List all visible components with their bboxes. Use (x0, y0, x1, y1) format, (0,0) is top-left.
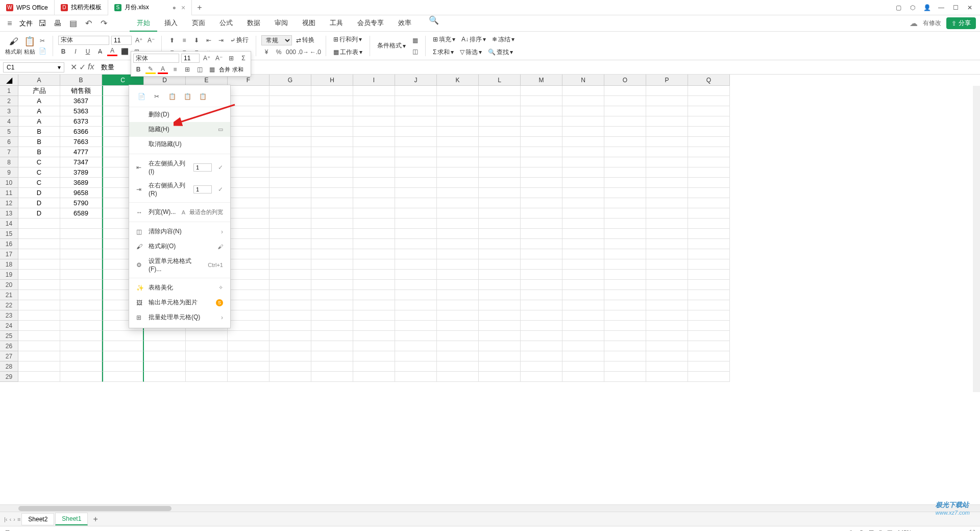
row-header-27[interactable]: 27 (0, 351, 18, 361)
cell-G7[interactable] (270, 147, 311, 157)
row-header-1[interactable]: 1 (0, 86, 18, 96)
cell-N4[interactable] (562, 116, 604, 127)
cell-F1[interactable] (228, 86, 270, 96)
cell-P13[interactable] (646, 208, 688, 219)
col-header-P[interactable]: P (646, 75, 688, 86)
cell-H26[interactable] (311, 341, 353, 351)
cell-O7[interactable] (604, 147, 646, 157)
tab-templates[interactable]: D 找稻壳模板 (55, 0, 108, 15)
cell-B17[interactable] (60, 249, 102, 259)
cell-J7[interactable] (395, 147, 437, 157)
ctx-beautify[interactable]: ✨表格美化✧ (129, 280, 230, 295)
mini-merge-icon[interactable]: ⊞ (226, 54, 236, 63)
cell-J12[interactable] (395, 198, 437, 208)
cell-P18[interactable] (646, 259, 688, 270)
cell-N20[interactable] (562, 280, 604, 290)
cell-B27[interactable] (60, 351, 102, 361)
bold-button[interactable]: B (58, 47, 68, 56)
mini-highlight-button[interactable]: ✎ (145, 65, 156, 74)
settings-icon[interactable]: ⊕ (859, 529, 864, 531)
cell-K2[interactable] (437, 96, 479, 106)
sheet-next-icon[interactable]: › (13, 516, 15, 522)
cell-N11[interactable] (562, 188, 604, 198)
cell-C25[interactable] (102, 331, 144, 341)
cell-J8[interactable] (395, 157, 437, 167)
cell-A21[interactable] (18, 290, 60, 300)
cell-G1[interactable] (270, 86, 311, 96)
cell-Q29[interactable] (688, 372, 730, 382)
cell-F29[interactable] (228, 372, 270, 382)
cell-P21[interactable] (646, 290, 688, 300)
cell-G9[interactable] (270, 167, 311, 178)
cell-A14[interactable] (18, 219, 60, 229)
row-header-29[interactable]: 29 (0, 372, 18, 382)
cell-Q5[interactable] (688, 127, 730, 137)
cell-N18[interactable] (562, 259, 604, 270)
cell-E25[interactable] (186, 331, 228, 341)
row-header-13[interactable]: 13 (0, 208, 18, 219)
cell-L24[interactable] (479, 321, 521, 331)
strikethrough-button[interactable]: A̶ (95, 47, 105, 56)
cell-J25[interactable] (395, 331, 437, 341)
cell-M5[interactable] (521, 127, 562, 137)
cell-H10[interactable] (311, 178, 353, 188)
ctx-clear[interactable]: ◫清除内容(N)› (129, 224, 230, 239)
cell-Q26[interactable] (688, 341, 730, 351)
cell-I14[interactable] (353, 219, 395, 229)
cell-P16[interactable] (646, 239, 688, 249)
cell-N3[interactable] (562, 106, 604, 116)
cell-G13[interactable] (270, 208, 311, 219)
row-header-19[interactable]: 19 (0, 270, 18, 280)
cell-A12[interactable]: D (18, 198, 60, 208)
cell-N14[interactable] (562, 219, 604, 229)
print-preview-icon[interactable]: ▤ (67, 18, 79, 29)
cell-I10[interactable] (353, 178, 395, 188)
cell-A6[interactable]: B (18, 137, 60, 147)
row-header-25[interactable]: 25 (0, 331, 18, 341)
cell-O12[interactable] (604, 198, 646, 208)
row-header-17[interactable]: 17 (0, 249, 18, 259)
cell-G16[interactable] (270, 239, 311, 249)
cell-Q23[interactable] (688, 310, 730, 321)
cell-O22[interactable] (604, 300, 646, 310)
font-name-select[interactable] (58, 36, 109, 45)
cell-O8[interactable] (604, 157, 646, 167)
cell-K28[interactable] (437, 361, 479, 372)
cell-L29[interactable] (479, 372, 521, 382)
cell-J24[interactable] (395, 321, 437, 331)
cell-I2[interactable] (353, 96, 395, 106)
insert-right-count[interactable] (193, 185, 212, 194)
cell-I9[interactable] (353, 167, 395, 178)
cell-C27[interactable] (102, 351, 144, 361)
cell-M2[interactable] (521, 96, 562, 106)
cell-B18[interactable] (60, 259, 102, 270)
cell-J3[interactable] (395, 106, 437, 116)
cell-L27[interactable] (479, 351, 521, 361)
ctx-cut-icon[interactable]: ✂ (152, 91, 162, 102)
cell-J19[interactable] (395, 270, 437, 280)
cell-K12[interactable] (437, 198, 479, 208)
cell-P6[interactable] (646, 137, 688, 147)
cell-F16[interactable] (228, 239, 270, 249)
decimal-inc-icon[interactable]: .0→ (298, 47, 308, 57)
cell-H13[interactable] (311, 208, 353, 219)
cell-B11[interactable]: 9658 (60, 188, 102, 198)
cell-I22[interactable] (353, 300, 395, 310)
cell-K20[interactable] (437, 280, 479, 290)
col-header-I[interactable]: I (353, 75, 395, 86)
ctx-batch[interactable]: ⊞批量处理单元格(Q)› (129, 310, 230, 325)
tab-review[interactable]: 审阅 (267, 15, 295, 32)
cell-P20[interactable] (646, 280, 688, 290)
cell-G4[interactable] (270, 116, 311, 127)
align-middle-icon[interactable]: ≡ (179, 36, 189, 45)
cell-I15[interactable] (353, 229, 395, 239)
cell-G18[interactable] (270, 259, 311, 270)
cell-K15[interactable] (437, 229, 479, 239)
cell-G5[interactable] (270, 127, 311, 137)
cell-M6[interactable] (521, 137, 562, 147)
col-header-J[interactable]: J (395, 75, 437, 86)
cell-M8[interactable] (521, 157, 562, 167)
sheet-tab-sheet1[interactable]: Sheet1 (55, 513, 88, 525)
cell-I8[interactable] (353, 157, 395, 167)
cell-K3[interactable] (437, 106, 479, 116)
